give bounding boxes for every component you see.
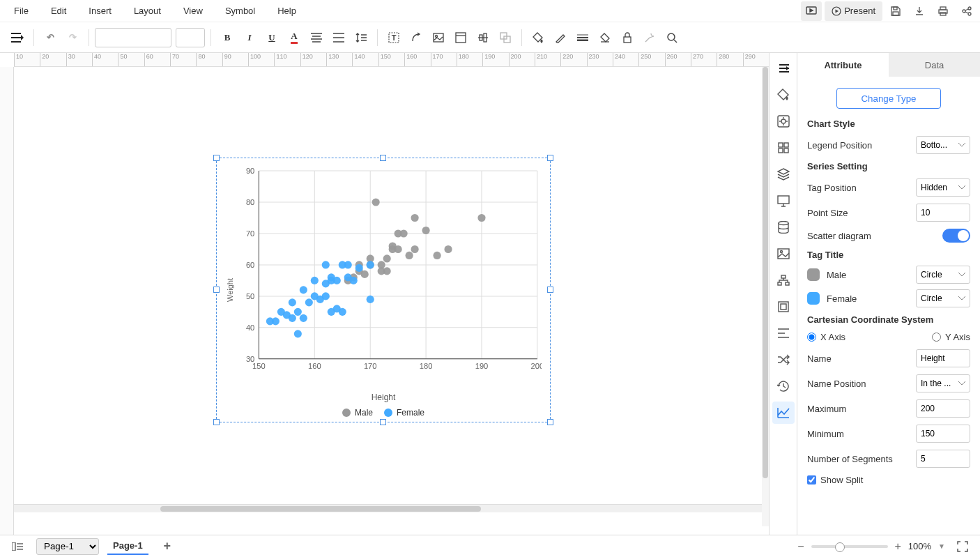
eraser-icon[interactable]: [595, 27, 615, 48]
male-color-swatch[interactable]: [807, 268, 820, 281]
alignment-icon[interactable]: [473, 27, 493, 48]
connector-icon[interactable]: [406, 27, 427, 48]
font-size-dropdown[interactable]: [176, 28, 205, 47]
menu-edit[interactable]: Edit: [40, 0, 77, 22]
shape-settings-icon[interactable]: [772, 110, 795, 132]
text-box-icon[interactable]: T: [383, 27, 404, 48]
download-icon[interactable]: [909, 1, 930, 21]
outline-icon[interactable]: [7, 536, 28, 557]
chart-selection-box[interactable]: Weight 15016017018019020030405060708090 …: [216, 158, 551, 422]
menu-help[interactable]: Help: [266, 0, 307, 22]
svg-text:160: 160: [308, 362, 321, 370]
print-icon[interactable]: [933, 1, 954, 21]
coord-system-heading: Cartesian Coordinate System: [807, 314, 970, 325]
svg-point-70: [395, 245, 402, 253]
zoom-slider[interactable]: [811, 545, 888, 548]
y-axis-radio[interactable]: [932, 333, 941, 342]
horizontal-scrollbar[interactable]: [14, 504, 769, 512]
font-color-icon[interactable]: A: [284, 27, 305, 48]
database-icon[interactable]: [772, 216, 795, 238]
minimum-input[interactable]: [916, 425, 970, 443]
zoom-chevron-icon[interactable]: ▼: [938, 542, 945, 550]
point-size-input[interactable]: [916, 204, 970, 222]
share-icon[interactable]: [956, 1, 977, 21]
bold-button[interactable]: B: [217, 27, 238, 48]
line-style-icon[interactable]: [572, 27, 593, 48]
female-tag-label: Female: [827, 293, 909, 304]
align-h-icon[interactable]: [306, 27, 327, 48]
change-type-button[interactable]: Change Type: [836, 88, 941, 109]
sitemap-icon[interactable]: [772, 269, 795, 291]
line-color-icon[interactable]: [550, 27, 571, 48]
axis-name-input[interactable]: [916, 349, 970, 367]
line-height-icon[interactable]: [351, 27, 372, 48]
expand-sidebar-icon[interactable]: [7, 27, 28, 48]
menu-insert[interactable]: Insert: [77, 0, 123, 22]
menu-symbol[interactable]: Symbol: [214, 0, 266, 22]
presentation-icon[interactable]: [772, 190, 795, 212]
female-shape-select[interactable]: Circle: [916, 289, 970, 307]
present-button[interactable]: Present: [825, 1, 882, 21]
zoom-out-button[interactable]: −: [797, 540, 804, 553]
maximum-label: Maximum: [807, 404, 846, 414]
page-selector[interactable]: Page-1: [36, 538, 99, 555]
female-color-swatch[interactable]: [807, 292, 820, 305]
canvas-area[interactable]: 1020304050607080901001101201301401501601…: [0, 53, 769, 535]
properties-panel: Attribute Data Change Type Chart Style L…: [797, 53, 980, 535]
paragraph-icon[interactable]: [772, 322, 795, 344]
svg-rect-121: [778, 282, 781, 285]
group-icon[interactable]: [495, 27, 516, 48]
tab-data[interactable]: Data: [889, 53, 980, 77]
svg-rect-25: [624, 37, 631, 43]
tag-position-select[interactable]: Hidden: [916, 178, 970, 197]
male-shape-select[interactable]: Circle: [916, 266, 970, 284]
tools-icon[interactable]: [639, 27, 660, 48]
underline-button[interactable]: U: [261, 27, 282, 48]
fill-color-icon[interactable]: [528, 27, 549, 48]
svg-rect-2: [893, 12, 898, 15]
chart-ylabel: Weight: [226, 278, 234, 302]
menu-view[interactable]: View: [172, 0, 214, 22]
chart-tool-icon[interactable]: [772, 402, 795, 424]
svg-point-8: [968, 7, 971, 10]
photo-icon[interactable]: [772, 243, 795, 265]
zoom-in-button[interactable]: +: [895, 540, 901, 553]
name-position-select[interactable]: In the ...: [916, 374, 970, 392]
present-label: Present: [844, 6, 875, 16]
image-icon[interactable]: [428, 27, 449, 48]
redo-icon[interactable]: ↷: [62, 27, 83, 48]
font-family-dropdown[interactable]: [95, 28, 171, 47]
shuffle-icon[interactable]: [772, 349, 795, 371]
svg-rect-3: [894, 7, 897, 10]
page-tab[interactable]: Page-1: [107, 537, 148, 555]
layers-icon[interactable]: [772, 163, 795, 185]
frame-icon[interactable]: [772, 296, 795, 318]
grid-icon[interactable]: [772, 137, 795, 159]
align-v-icon[interactable]: [328, 27, 349, 48]
menu-layout[interactable]: Layout: [123, 0, 172, 22]
lock-icon[interactable]: [617, 27, 638, 48]
show-split-checkbox[interactable]: [807, 475, 816, 484]
search-icon[interactable]: [661, 27, 682, 48]
svg-point-75: [411, 214, 419, 222]
maximum-input[interactable]: [916, 399, 970, 418]
slideshow-icon[interactable]: [801, 1, 822, 21]
undo-icon[interactable]: ↶: [40, 27, 61, 48]
history-icon[interactable]: [772, 375, 795, 397]
collapse-panel-icon[interactable]: [772, 57, 795, 79]
legend-position-select[interactable]: Botto...: [916, 136, 970, 154]
svg-point-107: [355, 264, 363, 272]
num-segments-input[interactable]: [916, 450, 970, 468]
tab-attribute[interactable]: Attribute: [797, 53, 889, 77]
container-icon[interactable]: [450, 27, 471, 48]
fill-style-icon[interactable]: [772, 84, 795, 106]
save-icon[interactable]: [885, 1, 906, 21]
scatter-diagram-toggle[interactable]: [942, 229, 970, 243]
add-page-button[interactable]: +: [157, 536, 178, 557]
x-axis-radio[interactable]: [807, 333, 816, 342]
menu-file[interactable]: File: [3, 0, 40, 22]
vertical-scrollbar[interactable]: [762, 67, 769, 526]
svg-point-65: [378, 261, 385, 268]
fullscreen-icon[interactable]: [952, 536, 973, 557]
italic-button[interactable]: I: [239, 27, 260, 48]
